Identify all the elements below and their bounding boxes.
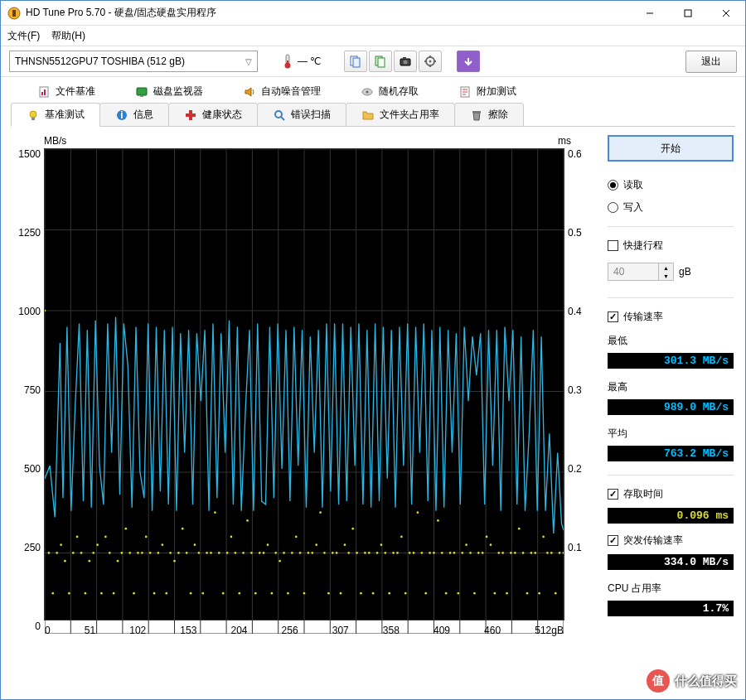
screenshot-button[interactable] — [394, 51, 417, 72]
svg-point-106 — [201, 592, 204, 595]
thermometer-icon — [281, 54, 294, 69]
svg-point-178 — [494, 592, 497, 595]
svg-point-162 — [429, 552, 431, 554]
svg-point-80 — [96, 543, 99, 546]
svg-point-17 — [429, 60, 432, 63]
minimize-button[interactable] — [631, 1, 669, 26]
svg-point-132 — [308, 552, 310, 554]
spinner-down[interactable]: ▼ — [659, 272, 673, 280]
access-time-checkbox[interactable]: 存取时间 — [608, 485, 734, 503]
copy-screenshot-button[interactable] — [369, 51, 392, 72]
svg-rect-24 — [44, 89, 46, 95]
menubar: 文件(F) 帮助(H) — [1, 26, 745, 46]
write-radio[interactable]: 写入 — [608, 199, 734, 216]
svg-point-167 — [449, 552, 452, 554]
settings-button[interactable] — [419, 51, 442, 72]
svg-point-67 — [45, 310, 46, 312]
svg-point-110 — [218, 552, 220, 554]
svg-point-14 — [404, 60, 408, 65]
burst-checkbox[interactable]: 突发传输速率 — [608, 532, 734, 549]
extra-icon — [458, 85, 472, 99]
svg-point-131 — [303, 592, 306, 595]
tab-health[interactable]: 健康状态 — [168, 103, 258, 127]
tab-benchmark[interactable]: 基准测试 — [11, 103, 100, 127]
maximize-button[interactable] — [669, 1, 707, 26]
access-time-value: 0.096 ms — [608, 508, 734, 524]
folder-icon — [361, 109, 375, 122]
svg-rect-23 — [41, 92, 43, 95]
x-axis: 051102153204256307358409460512gB — [45, 625, 564, 636]
health-icon — [184, 109, 197, 122]
svg-point-183 — [514, 552, 516, 554]
chart-column: MB/s ms 1500125010007505002500 051102153… — [12, 135, 596, 653]
svg-point-189 — [538, 592, 540, 595]
svg-point-136 — [323, 552, 326, 554]
svg-point-158 — [413, 552, 415, 554]
svg-point-145 — [360, 592, 362, 595]
short-stroke-spinner[interactable]: ▲▼ — [608, 263, 674, 281]
spinner-up[interactable]: ▲ — [659, 263, 673, 272]
tab-aam[interactable]: 自动噪音管理 — [223, 81, 341, 102]
svg-point-96 — [161, 543, 163, 546]
start-button[interactable]: 开始 — [608, 135, 734, 162]
short-stroke-input[interactable] — [608, 263, 658, 280]
svg-point-28 — [366, 90, 369, 93]
drive-select-value: THNSN5512GPU7 TOSHIBA (512 gB) — [15, 56, 185, 67]
tab-file-benchmark[interactable]: 文件基准 — [17, 81, 115, 102]
window-buttons — [631, 1, 745, 26]
temperature-display: — ℃ — [281, 54, 321, 69]
main-content: MB/s ms 1500125010007505002500 051102153… — [1, 127, 745, 653]
file-bench-icon — [37, 85, 51, 99]
min-value: 301.3 MB/s — [608, 353, 734, 369]
svg-point-188 — [534, 552, 536, 554]
svg-point-175 — [482, 552, 484, 554]
svg-point-139 — [336, 552, 338, 554]
transfer-rate-checkbox[interactable]: 传输速率 — [608, 308, 734, 326]
svg-point-83 — [109, 552, 111, 554]
tab-erase[interactable]: 擦除 — [454, 103, 524, 127]
tab-extra-tests[interactable]: 附加测试 — [438, 81, 536, 102]
drive-select[interactable]: THNSN5512GPU7 TOSHIBA (512 gB) ▽ — [9, 51, 258, 72]
avg-label: 平均 — [608, 427, 734, 441]
titlebar: HD Tune Pro 5.70 - 硬盘/固态硬盘实用程序 — [1, 1, 745, 26]
tab-disk-monitor[interactable]: 磁盘监视器 — [115, 81, 223, 102]
svg-point-95 — [157, 552, 160, 554]
svg-point-192 — [550, 552, 553, 554]
svg-point-182 — [510, 552, 512, 554]
svg-point-134 — [315, 543, 317, 546]
svg-point-193 — [555, 592, 557, 595]
temperature-value: — ℃ — [298, 56, 321, 67]
checkbox-icon — [608, 311, 618, 322]
short-stroke-checkbox[interactable]: 快捷行程 — [608, 237, 734, 254]
speaker-icon — [243, 85, 256, 99]
svg-point-116 — [242, 552, 245, 554]
svg-point-104 — [194, 543, 196, 546]
svg-point-165 — [441, 552, 443, 554]
svg-point-133 — [311, 552, 313, 554]
svg-point-109 — [214, 511, 216, 514]
close-button[interactable] — [707, 1, 745, 26]
svg-point-94 — [153, 592, 156, 595]
menu-help[interactable]: 帮助(H) — [51, 29, 85, 43]
svg-point-85 — [117, 560, 119, 562]
tab-error-scan[interactable]: 错误扫描 — [257, 103, 346, 127]
tab-folder-usage[interactable]: 文件夹占用率 — [346, 103, 455, 127]
trash-icon — [470, 109, 483, 122]
copy-info-button[interactable] — [344, 51, 367, 72]
svg-point-164 — [437, 519, 439, 522]
read-radio[interactable]: 读取 — [608, 176, 734, 194]
scan-icon — [273, 109, 286, 122]
exit-button[interactable]: 退出 — [685, 51, 737, 73]
svg-point-127 — [287, 592, 289, 595]
svg-point-121 — [263, 552, 265, 554]
menu-file[interactable]: 文件(F) — [7, 29, 40, 43]
save-button[interactable] — [457, 51, 480, 72]
toolbar-buttons — [344, 51, 442, 72]
svg-point-98 — [169, 552, 172, 554]
watermark: 值 什么值得买 — [647, 669, 737, 693]
svg-point-71 — [60, 543, 62, 546]
tab-random-access[interactable]: 随机存取 — [341, 81, 438, 102]
svg-point-72 — [64, 560, 66, 562]
svg-point-179 — [497, 552, 500, 554]
tab-info[interactable]: i信息 — [99, 103, 169, 127]
